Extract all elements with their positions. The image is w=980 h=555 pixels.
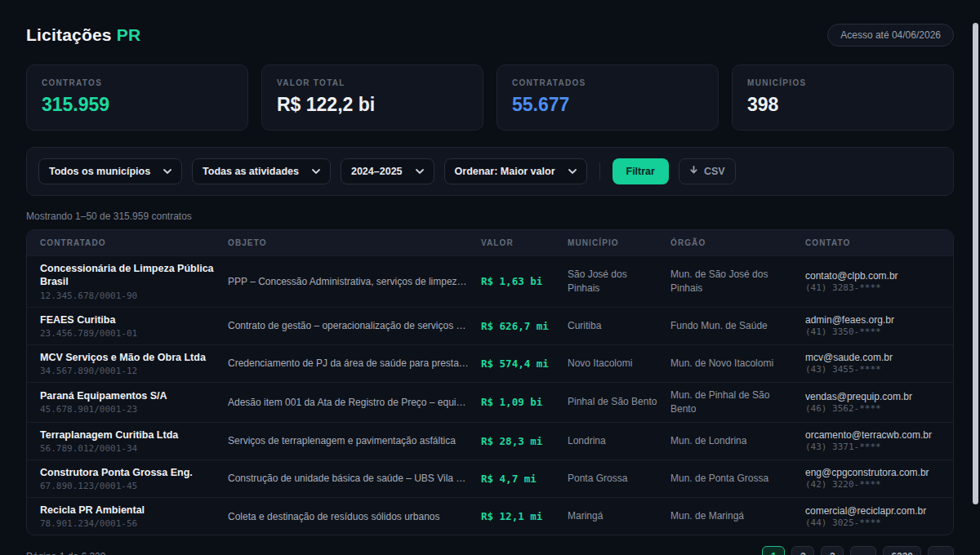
- municipio-cell: São José dos Pinhais: [568, 268, 670, 295]
- contato-cell: comercial@reciclapr.com.br (44) 3025-***…: [805, 505, 940, 528]
- contato-email: eng@cpgconstrutora.com.br: [805, 467, 929, 478]
- contato-email: vendas@prequip.com.br: [805, 391, 929, 402]
- page-button-1[interactable]: 1: [762, 546, 785, 555]
- contato-email: orcamento@terracwb.com.br: [805, 429, 929, 441]
- page-info: Página 1 de 6.320: [26, 551, 105, 555]
- column-header-municipio: MUNICÍPIO: [568, 238, 670, 247]
- chevron-down-icon: [568, 169, 577, 174]
- stat-value: R$ 122,2 bi: [277, 94, 468, 116]
- valor-cell: R$ 1,09 bi: [481, 396, 568, 408]
- contratado-cnpj: 34.567.890/0001-12: [40, 366, 216, 376]
- orgao-cell: Mun. de Londrina: [670, 434, 805, 448]
- contato-cell: mcv@saude.com.br (43) 3455-****: [805, 352, 940, 375]
- objeto-cell: Serviços de terraplenagem e pavimentação…: [228, 435, 481, 446]
- contato-telefone: (42) 3220-****: [805, 479, 929, 490]
- contratado-cnpj: 23.456.789/0001-01: [40, 328, 216, 339]
- contratado-name: MCV Serviços e Mão de Obra Ltda: [40, 351, 216, 364]
- table-row: Concessionária de Limpeza Pública Brasil…: [27, 255, 953, 307]
- contratado-cnpj: 12.345.678/0001-90: [40, 291, 216, 301]
- column-header-contratado: CONTRATADO: [40, 238, 228, 247]
- contato-telefone: (41) 3350-****: [805, 326, 929, 337]
- orgao-cell: Mun. de Novo Itacolomi: [670, 357, 805, 371]
- stat-card-contratados: CONTRATADOS 55.677: [497, 64, 719, 131]
- municipio-cell: Curitiba: [568, 319, 670, 333]
- main-page: Licitações PR Acesso até 04/06/2026 CONT…: [0, 0, 980, 555]
- csv-label: CSV: [704, 166, 725, 177]
- results-summary: Mostrando 1–50 de 315.959 contratos: [26, 211, 954, 222]
- stat-value: 315.959: [42, 94, 233, 116]
- municipio-cell: Novo Itacolomi: [568, 357, 670, 371]
- contratado-name: Recicla PR Ambiental: [40, 504, 216, 517]
- contato-email: mcv@saude.com.br: [805, 352, 929, 363]
- chevron-down-icon: [312, 169, 320, 174]
- contratado-cell: MCV Serviços e Mão de Obra Ltda 34.567.8…: [40, 351, 228, 376]
- contato-telefone: (46) 3562-****: [805, 403, 929, 414]
- contratado-cell: Concessionária de Limpeza Pública Brasil…: [40, 262, 228, 301]
- table-row: Recicla PR Ambiental 78.901.234/0001-56 …: [27, 497, 953, 535]
- contratado-cell: Paraná Equipamentos S/A 45.678.901/0001-…: [40, 389, 228, 415]
- ordenar-select[interactable]: Ordenar: Maior valor: [444, 158, 587, 184]
- next-page-button[interactable]: →: [928, 546, 954, 555]
- atividades-select[interactable]: Todas as atividades: [192, 158, 331, 184]
- orgao-cell: Mun. de Maringá: [670, 509, 805, 523]
- scrollbar-thumb[interactable]: [973, 23, 978, 504]
- orgao-cell: Mun. de São José dos Pinhais: [670, 268, 805, 295]
- valor-cell: R$ 626,7 mi: [481, 320, 568, 332]
- contratado-cell: FEAES Curitiba 23.456.789/0001-01: [40, 313, 228, 339]
- stat-label: VALOR TOTAL: [277, 78, 468, 87]
- contratado-name: Construtora Ponta Grossa Eng.: [40, 466, 216, 479]
- page-button-2[interactable]: 2: [791, 546, 814, 555]
- contato-cell: admin@feaes.org.br (41) 3350-****: [805, 314, 940, 337]
- footer: Página 1 de 6.320 1 2 3 … 6320 →: [26, 546, 954, 555]
- table-row: Construtora Ponta Grossa Eng. 67.890.123…: [27, 460, 953, 497]
- valor-cell: R$ 28,3 mi: [481, 435, 568, 447]
- valor-cell: R$ 574,4 mi: [481, 357, 568, 370]
- table-row: Paraná Equipamentos S/A 45.678.901/0001-…: [27, 382, 953, 422]
- contato-cell: vendas@prequip.com.br (46) 3562-****: [805, 391, 940, 414]
- contratado-name: Paraná Equipamentos S/A: [40, 389, 216, 402]
- filter-divider: [599, 162, 600, 180]
- ordenar-select-value: Ordenar: Maior valor: [455, 166, 555, 177]
- municipio-cell: Maringá: [568, 509, 670, 523]
- contratado-cell: Construtora Ponta Grossa Eng. 67.890.123…: [40, 466, 228, 491]
- orgao-cell: Fundo Mun. de Saúde: [670, 319, 805, 333]
- contratado-cell: Recicla PR Ambiental 78.901.234/0001-56: [40, 504, 228, 529]
- objeto-cell: Adesão item 001 da Ata de Registro de Pr…: [228, 397, 481, 408]
- page-title-text: Licitações: [26, 25, 112, 44]
- contato-cell: eng@cpgconstrutora.com.br (42) 3220-****: [805, 467, 940, 490]
- page-button-last[interactable]: 6320: [883, 546, 921, 555]
- valor-cell: R$ 12,1 mi: [481, 510, 568, 522]
- csv-export-button[interactable]: CSV: [679, 158, 736, 184]
- municipio-cell: Londrina: [568, 434, 670, 448]
- page-button-3[interactable]: 3: [821, 546, 844, 555]
- page-ellipsis[interactable]: …: [850, 546, 876, 555]
- stat-value: 55.677: [512, 94, 703, 116]
- access-badge: Acesso até 04/06/2026: [827, 24, 954, 47]
- contato-cell: contato@clpb.com.br (41) 3283-****: [805, 270, 940, 293]
- pagination: 1 2 3 … 6320 →: [762, 546, 954, 555]
- stat-value: 398: [747, 94, 938, 116]
- stat-card-contratos: CONTRATOS 315.959: [26, 64, 248, 131]
- filter-bar: Todos os municípios Todas as atividades …: [26, 147, 954, 196]
- contato-telefone: (44) 3025-****: [805, 517, 929, 528]
- stat-label: CONTRATOS: [42, 78, 233, 87]
- contato-email: contato@clpb.com.br: [805, 270, 929, 282]
- stats-row: CONTRATOS 315.959 VALOR TOTAL R$ 122,2 b…: [26, 64, 954, 131]
- municipio-cell: Ponta Grossa: [568, 472, 670, 486]
- page-title: Licitações PR: [26, 25, 140, 45]
- stat-card-valor-total: VALOR TOTAL R$ 122,2 bi: [261, 64, 483, 131]
- municipio-cell: Pinhal de São Bento: [568, 395, 670, 409]
- valor-cell: R$ 4,7 mi: [481, 473, 568, 485]
- page-title-accent: PR: [117, 25, 141, 44]
- contato-email: comercial@reciclapr.com.br: [805, 505, 929, 517]
- contato-cell: orcamento@terracwb.com.br (43) 3371-****: [805, 429, 940, 452]
- contratado-name: Terraplanagem Curitiba Ltda: [40, 428, 216, 442]
- contratado-name: Concessionária de Limpeza Pública Brasil: [40, 262, 216, 289]
- table-row: MCV Serviços e Mão de Obra Ltda 34.567.8…: [27, 344, 953, 382]
- filtrar-button[interactable]: Filtrar: [612, 158, 669, 184]
- municipios-select[interactable]: Todos os municípios: [38, 158, 182, 184]
- objeto-cell: PPP – Concessão Administrativa, serviços…: [228, 276, 481, 287]
- periodo-select[interactable]: 2024–2025: [341, 158, 434, 184]
- stat-label: MUNICÍPIOS: [747, 78, 938, 87]
- chevron-down-icon: [163, 169, 172, 174]
